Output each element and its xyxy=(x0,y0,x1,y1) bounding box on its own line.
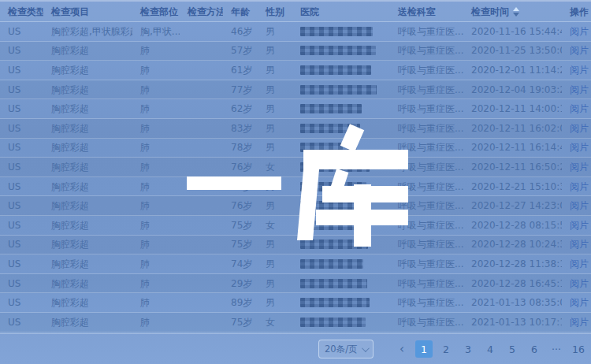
cell-action: 阅片 xyxy=(562,254,591,273)
column-header-label: 性别 xyxy=(266,7,284,17)
page-button-3[interactable]: 3 xyxy=(459,340,477,358)
cell-time: 2020-12-28 16:45:16 xyxy=(463,274,562,293)
cell-method xyxy=(180,274,223,293)
view-film-link[interactable]: 阅片 xyxy=(570,124,589,133)
cell-time: 2020-12-21 15:10:33 xyxy=(463,177,562,196)
cell-item: 胸腔彩超 xyxy=(43,254,132,273)
cell-item: 胸腔彩超 xyxy=(43,42,132,61)
cell-type: US xyxy=(0,274,43,293)
page-size-select[interactable]: 20条/页 xyxy=(318,340,374,358)
cell-age: 75岁 xyxy=(223,216,258,235)
view-film-link[interactable]: 阅片 xyxy=(570,65,589,75)
page-button-5[interactable]: 5 xyxy=(504,340,521,358)
cell-hospital xyxy=(292,42,390,61)
view-film-link[interactable]: 阅片 xyxy=(570,182,589,191)
view-film-link[interactable]: 阅片 xyxy=(570,27,589,36)
redacted-hospital-name xyxy=(300,318,366,327)
column-header-label: 检查方法 xyxy=(188,7,223,17)
page-button-1[interactable]: 1 xyxy=(415,340,433,358)
page-ellipsis[interactable]: ··· xyxy=(548,340,565,358)
cell-item: 胸腔彩超 xyxy=(43,293,132,312)
view-film-link[interactable]: 阅片 xyxy=(570,259,589,269)
cell-age: 77岁 xyxy=(223,80,258,99)
cell-age: 29岁 xyxy=(223,274,258,293)
cell-hospital xyxy=(292,216,390,235)
redacted-hospital-name xyxy=(300,259,363,269)
cell-type: US xyxy=(0,22,43,41)
cell-method xyxy=(180,99,223,118)
cell-item: 胸腔彩超 xyxy=(43,80,132,99)
cell-type: US xyxy=(0,293,43,312)
table-row: US胸腔彩超肺78岁男呼吸与重症医...2020-12-11 16:14:49阅… xyxy=(0,139,591,158)
cell-age: 76岁 xyxy=(223,158,258,176)
cell-hospital xyxy=(292,139,390,158)
cell-time: 2020-12-04 19:03:24 xyxy=(463,80,562,99)
view-film-link[interactable]: 阅片 xyxy=(570,104,589,113)
view-film-link[interactable]: 阅片 xyxy=(570,279,589,288)
cell-method xyxy=(180,293,223,312)
cell-method xyxy=(180,61,223,80)
cell-action: 阅片 xyxy=(562,99,591,118)
view-film-link[interactable]: 阅片 xyxy=(570,85,589,95)
cell-hospital xyxy=(292,177,390,196)
cell-dept: 呼吸与重症医... xyxy=(390,196,463,215)
page-button-6[interactable]: 6 xyxy=(526,340,543,358)
cell-type: US xyxy=(0,61,43,80)
cell-part: 肺 xyxy=(132,196,180,215)
cell-item: 胸腔彩超 xyxy=(43,196,132,215)
cell-gender: 男 xyxy=(258,236,292,254)
table-row: US胸腔彩超肺61岁男呼吸与重症医...2020-12-01 11:14:21阅… xyxy=(0,61,591,80)
view-film-link[interactable]: 阅片 xyxy=(570,318,589,327)
cell-age: 66岁 xyxy=(223,177,258,196)
cell-method xyxy=(180,216,223,235)
view-film-link[interactable]: 阅片 xyxy=(570,46,589,55)
cell-hospital xyxy=(292,119,390,138)
cell-action: 阅片 xyxy=(562,22,591,41)
cell-part: 胸,甲状... xyxy=(132,22,180,41)
table-row: US胸腔彩超肺57岁男呼吸与重症医...2020-11-25 13:50:01阅… xyxy=(0,42,591,61)
redacted-hospital-name xyxy=(300,124,360,133)
view-film-link[interactable]: 阅片 xyxy=(570,221,589,230)
prev-page-button[interactable]: ‹ xyxy=(393,340,411,358)
cell-part: 肺 xyxy=(132,236,180,254)
cell-type: US xyxy=(0,139,43,158)
table-row: US胸腔彩超肺76岁女呼吸与重症医...2020-12-11 16:50:25阅… xyxy=(0,158,591,177)
cell-part: 肺 xyxy=(132,119,180,138)
column-header-time[interactable]: 检查时间 xyxy=(463,2,562,21)
cell-type: US xyxy=(0,313,43,332)
column-header-type: 检查类型 xyxy=(0,2,43,21)
page-button-2[interactable]: 2 xyxy=(437,340,455,358)
cell-part: 肺 xyxy=(132,177,180,196)
cell-type: US xyxy=(0,196,43,215)
cell-hospital xyxy=(292,274,390,293)
page-button-last[interactable]: 16 xyxy=(570,340,587,358)
cell-dept: 呼吸与重症医... xyxy=(390,119,463,138)
cell-item: 胸腔彩超 xyxy=(43,99,132,118)
cell-item: 胸腔彩超 xyxy=(43,158,132,176)
cell-time: 2020-12-01 11:14:21 xyxy=(463,61,562,80)
column-header-label: 送检科室 xyxy=(398,7,436,17)
view-film-link[interactable]: 阅片 xyxy=(570,162,589,172)
cell-gender: 男 xyxy=(258,254,292,273)
cell-dept: 呼吸与重症医... xyxy=(390,42,463,61)
table-body: US胸腔彩超,甲状腺彩超胸,甲状...46岁男呼吸与重症医...2020-11-… xyxy=(0,22,591,332)
redacted-hospital-name xyxy=(300,162,370,172)
cell-dept: 呼吸与重症医... xyxy=(390,293,463,312)
cell-method xyxy=(180,80,223,99)
view-film-link[interactable]: 阅片 xyxy=(570,143,589,152)
cell-hospital xyxy=(292,80,390,99)
cell-gender: 女 xyxy=(258,158,292,176)
cell-hospital xyxy=(292,293,390,312)
sort-caret-icon[interactable] xyxy=(513,7,519,17)
page-button-4[interactable]: 4 xyxy=(481,340,499,358)
cell-age: 74岁 xyxy=(223,254,258,273)
view-film-link[interactable]: 阅片 xyxy=(570,240,589,249)
table-row: US胸腔彩超肺83岁男呼吸与重症医...2020-12-11 16:02:05阅… xyxy=(0,119,591,139)
cell-method xyxy=(180,177,223,196)
cell-gender: 女 xyxy=(258,313,292,332)
redacted-hospital-name xyxy=(300,298,370,307)
cell-action: 阅片 xyxy=(562,236,591,254)
view-film-link[interactable]: 阅片 xyxy=(570,298,589,307)
view-film-link[interactable]: 阅片 xyxy=(570,201,589,210)
cell-hospital xyxy=(292,61,390,80)
